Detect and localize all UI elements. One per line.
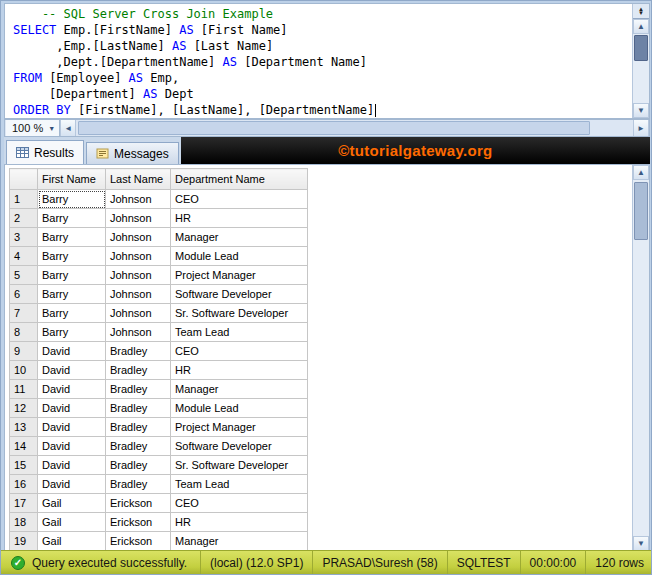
grid-cell[interactable]: Bradley [106, 380, 171, 399]
grid-cell[interactable]: Erickson [106, 513, 171, 532]
grid-cell[interactable]: David [38, 475, 106, 494]
grid-cell[interactable]: Barry [38, 247, 106, 266]
row-number-cell[interactable]: 1 [10, 190, 38, 209]
results-scroll-up-button[interactable]: ▲ [633, 165, 649, 180]
code-line[interactable]: ,Emp.[LastName] AS [Last Name] [13, 38, 632, 54]
editor-vertical-scrollbar[interactable]: ▲ ▼ ▲ ▼ [632, 4, 649, 118]
grid-cell[interactable]: Johnson [106, 323, 171, 342]
results-scroll-down-button[interactable]: ▼ [633, 536, 649, 551]
grid-cell[interactable]: Manager [171, 532, 308, 551]
grid-cell[interactable]: David [38, 380, 106, 399]
grid-cell[interactable]: Manager [171, 228, 308, 247]
grid-cell[interactable]: Manager [171, 380, 308, 399]
row-number-cell[interactable]: 11 [10, 380, 38, 399]
grid-cell[interactable]: Module Lead [171, 399, 308, 418]
grid-cell[interactable]: CEO [171, 494, 308, 513]
grid-cell[interactable]: Project Manager [171, 266, 308, 285]
code-line[interactable]: ORDER BY [FirstName], [LastName], [Depar… [13, 102, 632, 118]
tab-messages[interactable]: Messages [86, 142, 179, 164]
row-number-cell[interactable]: 15 [10, 456, 38, 475]
grid-cell[interactable]: Johnson [106, 285, 171, 304]
scroll-down-button[interactable]: ▼ [633, 103, 649, 118]
grid-cell[interactable]: Bradley [106, 342, 171, 361]
grid-cell[interactable]: Project Manager [171, 418, 308, 437]
grid-cell[interactable]: Johnson [106, 228, 171, 247]
grid-cell[interactable]: Sr. Software Developer [171, 456, 308, 475]
splitter-grip-icon[interactable]: ▲ ▼ [633, 4, 649, 19]
row-number-cell[interactable]: 8 [10, 323, 38, 342]
grid-cell[interactable]: Barry [38, 266, 106, 285]
editor-scroll-track[interactable] [633, 34, 649, 103]
row-number-cell[interactable]: 6 [10, 285, 38, 304]
results-scroll-thumb[interactable] [634, 182, 648, 240]
editor-scroll-thumb[interactable] [634, 35, 648, 61]
grid-cell[interactable]: Barry [38, 285, 106, 304]
row-number-cell[interactable]: 5 [10, 266, 38, 285]
grid-cell[interactable]: David [38, 418, 106, 437]
grid-cell[interactable]: HR [171, 513, 308, 532]
grid-cell[interactable]: Johnson [106, 304, 171, 323]
grid-cell[interactable]: Bradley [106, 437, 171, 456]
grid-cell[interactable]: Team Lead [171, 475, 308, 494]
scroll-right-button[interactable]: ► [633, 120, 649, 136]
scroll-left-button[interactable]: ◄ [60, 120, 76, 136]
grid-cell[interactable]: Bradley [106, 456, 171, 475]
row-number-cell[interactable]: 12 [10, 399, 38, 418]
row-number-cell[interactable]: 9 [10, 342, 38, 361]
scroll-up-button[interactable]: ▲ [633, 19, 649, 34]
grid-cell[interactable]: Software Developer [171, 437, 308, 456]
grid-header-last-name[interactable]: Last Name [106, 169, 171, 190]
grid-cell[interactable]: David [38, 342, 106, 361]
row-number-cell[interactable]: 19 [10, 532, 38, 551]
code-line[interactable]: FROM [Employee] AS Emp, [13, 70, 632, 86]
row-number-cell[interactable]: 13 [10, 418, 38, 437]
row-number-cell[interactable]: 14 [10, 437, 38, 456]
grid-header-department-name[interactable]: Department Name [171, 169, 308, 190]
grid-cell[interactable]: Sr. Software Developer [171, 304, 308, 323]
grid-cell[interactable]: Module Lead [171, 247, 308, 266]
tab-results[interactable]: Results [6, 140, 84, 164]
grid-cell[interactable]: Team Lead [171, 323, 308, 342]
code-line[interactable]: -- SQL Server Cross Join Example [13, 6, 632, 22]
row-number-cell[interactable]: 17 [10, 494, 38, 513]
grid-cell[interactable]: Johnson [106, 209, 171, 228]
grid-cell[interactable]: Johnson [106, 247, 171, 266]
code-line[interactable]: SELECT Emp.[FirstName] AS [First Name] [13, 22, 632, 38]
grid-cell[interactable]: David [38, 361, 106, 380]
grid-cell[interactable]: Erickson [106, 494, 171, 513]
grid-cell[interactable]: CEO [171, 190, 308, 209]
row-number-cell[interactable]: 7 [10, 304, 38, 323]
grid-cell[interactable]: HR [171, 361, 308, 380]
grid-cell[interactable]: Gail [38, 494, 106, 513]
grid-cell[interactable]: Johnson [106, 266, 171, 285]
grid-cell[interactable]: Bradley [106, 361, 171, 380]
grid-cell[interactable]: Software Developer [171, 285, 308, 304]
row-number-cell[interactable]: 10 [10, 361, 38, 380]
grid-cell[interactable]: Barry [38, 190, 106, 209]
grid-corner-cell[interactable] [10, 169, 38, 190]
row-number-cell[interactable]: 16 [10, 475, 38, 494]
row-number-cell[interactable]: 2 [10, 209, 38, 228]
grid-cell[interactable]: Erickson [106, 532, 171, 551]
grid-cell[interactable]: Bradley [106, 399, 171, 418]
editor-hscroll-track[interactable] [76, 120, 633, 136]
row-number-cell[interactable]: 4 [10, 247, 38, 266]
grid-cell[interactable]: David [38, 437, 106, 456]
grid-cell[interactable]: Barry [38, 209, 106, 228]
grid-cell[interactable]: David [38, 456, 106, 475]
row-number-cell[interactable]: 18 [10, 513, 38, 532]
grid-cell[interactable]: HR [171, 209, 308, 228]
code-line[interactable]: ,Dept.[DepartmentName] AS [Department Na… [13, 54, 632, 70]
results-scroll-track[interactable] [633, 180, 649, 536]
grid-cell[interactable]: David [38, 399, 106, 418]
grid-cell[interactable]: Gail [38, 513, 106, 532]
grid-cell[interactable]: Barry [38, 304, 106, 323]
grid-cell[interactable]: Bradley [106, 418, 171, 437]
grid-cell[interactable]: Gail [38, 532, 106, 551]
grid-cell[interactable]: CEO [171, 342, 308, 361]
editor-hscroll-thumb[interactable] [78, 121, 590, 135]
row-number-cell[interactable]: 3 [10, 228, 38, 247]
zoom-dropdown[interactable]: 100 % ▼ [6, 120, 60, 136]
grid-cell[interactable]: Johnson [106, 190, 171, 209]
grid-cell[interactable]: Barry [38, 323, 106, 342]
